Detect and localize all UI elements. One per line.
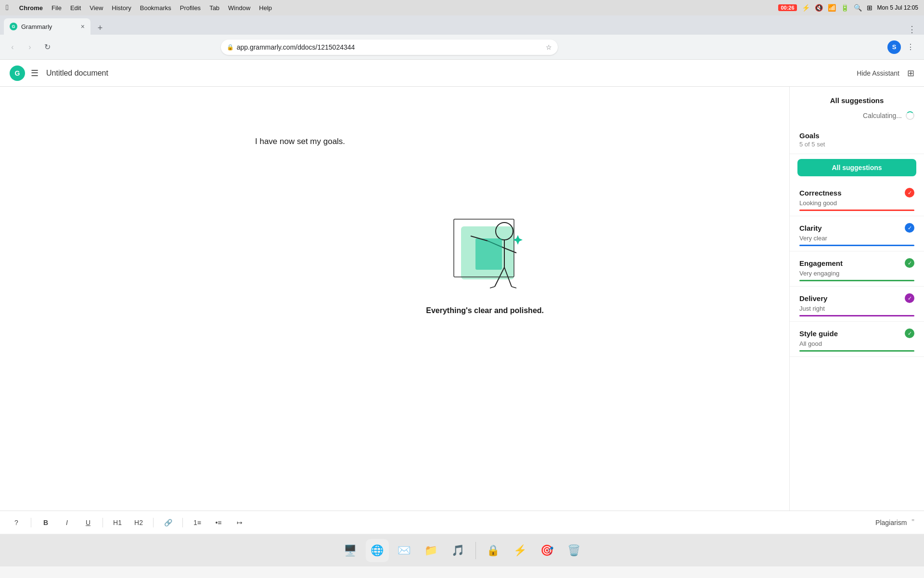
- delivery-header: Delivery ✓: [799, 293, 914, 303]
- control-center-icon[interactable]: ⊞: [867, 4, 873, 12]
- goals-section[interactable]: Goals 5 of 5 set: [790, 126, 924, 154]
- dock-files[interactable]: 📁: [420, 539, 443, 562]
- bolt-icon: ⚡: [802, 4, 810, 12]
- dock-mail[interactable]: ✉️: [393, 539, 416, 562]
- tab-close-button[interactable]: ×: [81, 23, 85, 30]
- back-button[interactable]: ‹: [6, 40, 19, 54]
- bullet-list-button[interactable]: •≡: [212, 516, 225, 529]
- link-icon: 🔗: [164, 519, 172, 526]
- h2-button[interactable]: H2: [132, 516, 145, 529]
- format-toolbar: ? B I U H1 H2 🔗 1≡ •≡ ↦ Plagiarism ": [0, 511, 924, 534]
- bullet-list-icon: •≡: [215, 519, 221, 526]
- chrome-more-button[interactable]: ⋮: [903, 39, 918, 55]
- underline-button[interactable]: U: [81, 516, 95, 529]
- address-bar-right: S ⋮: [887, 39, 918, 55]
- dock-app2[interactable]: ⚡: [509, 539, 532, 562]
- dock-chrome[interactable]: 🌐: [366, 539, 389, 562]
- style-guide-metric[interactable]: Style guide ✓ All good: [790, 322, 924, 357]
- plagiarism-button[interactable]: Plagiarism ": [875, 518, 914, 527]
- help-button[interactable]: ?: [10, 516, 23, 529]
- help-icon: ?: [14, 519, 18, 526]
- link-button[interactable]: 🔗: [161, 516, 175, 529]
- engagement-header: Engagement ✓: [799, 258, 914, 268]
- document-area[interactable]: I have now set my goals. I: [0, 87, 789, 511]
- all-suggestions-button[interactable]: All suggestions: [797, 159, 916, 176]
- engagement-bar: [799, 280, 914, 281]
- loading-spinner: [906, 111, 914, 120]
- bookmark-star-icon[interactable]: ☆: [546, 43, 552, 51]
- forward-button[interactable]: ›: [23, 40, 37, 54]
- engagement-metric[interactable]: Engagement ✓ Very engaging: [790, 251, 924, 287]
- goals-label: Goals: [799, 131, 914, 140]
- apple-menu[interactable]: : [6, 3, 9, 12]
- profile-button[interactable]: S: [887, 40, 901, 54]
- h2-icon: H2: [134, 519, 143, 526]
- numbered-list-button[interactable]: 1≡: [191, 516, 204, 529]
- url-text: app.grammarly.com/ddocs/1215024344: [237, 43, 543, 51]
- new-tab-button[interactable]: +: [92, 21, 108, 35]
- menubar-file[interactable]: File: [51, 4, 62, 12]
- correctness-status: Looking good: [799, 199, 914, 207]
- search-icon[interactable]: 🔍: [854, 4, 862, 12]
- calculating-label: Calculating...: [863, 112, 902, 119]
- tab-favicon: G: [10, 23, 17, 30]
- wifi-icon: 📶: [828, 4, 836, 12]
- mute-icon: 🔇: [815, 4, 823, 12]
- active-tab[interactable]: G Grammarly ×: [4, 18, 90, 35]
- document-title[interactable]: Untitled document: [46, 69, 108, 78]
- dock-finder[interactable]: 🖥️: [339, 539, 362, 562]
- style-guide-header: Style guide ✓: [799, 328, 914, 338]
- menubar-tab[interactable]: Tab: [209, 4, 219, 12]
- chrome-menu-button[interactable]: ⋮: [904, 24, 920, 35]
- hamburger-menu[interactable]: ☰: [31, 68, 38, 79]
- dock-app1[interactable]: 🔒: [482, 539, 505, 562]
- underline-icon: U: [86, 519, 90, 526]
- polish-caption: Everything's clear and polished.: [426, 306, 544, 315]
- italic-icon: I: [66, 519, 68, 526]
- all-suggestions-header: All suggestions: [790, 87, 924, 109]
- menubar-help[interactable]: Help: [259, 4, 272, 12]
- plagiarism-label: Plagiarism: [875, 519, 907, 526]
- toolbar-divider-3: [153, 518, 154, 527]
- address-bar: ‹ › ↻ 🔒 app.grammarly.com/ddocs/12150243…: [0, 35, 924, 60]
- quote-icon: ": [911, 518, 914, 526]
- text-content: I have now set my goals.: [255, 137, 345, 146]
- correctness-metric[interactable]: Correctness ✓ Looking good: [790, 181, 924, 216]
- refresh-icon: ↻: [44, 42, 51, 52]
- indent-button[interactable]: ↦: [233, 516, 246, 529]
- style-guide-status: All good: [799, 340, 914, 347]
- calculating-row: Calculating...: [790, 109, 924, 126]
- menubar-history[interactable]: History: [112, 4, 131, 12]
- menubar-view[interactable]: View: [90, 4, 103, 12]
- h1-button[interactable]: H1: [111, 516, 124, 529]
- dock: 🖥️ 🌐 ✉️ 📁 🎵 🔒 ⚡ 🎯 🗑️: [0, 534, 924, 566]
- battery-indicator: 00:26: [778, 4, 796, 11]
- dock-app3[interactable]: 🎯: [536, 539, 559, 562]
- dock-music[interactable]: 🎵: [447, 539, 470, 562]
- menubar-profiles[interactable]: Profiles: [180, 4, 201, 12]
- menubar-bookmarks[interactable]: Bookmarks: [140, 4, 171, 12]
- refresh-button[interactable]: ↻: [40, 40, 54, 54]
- indent-icon: ↦: [237, 519, 243, 526]
- svg-line-10: [490, 287, 495, 288]
- url-bar[interactable]: 🔒 app.grammarly.com/ddocs/1215024344 ☆: [221, 39, 558, 55]
- clarity-metric[interactable]: Clarity ✓ Very clear: [790, 216, 924, 251]
- italic-button[interactable]: I: [60, 516, 74, 529]
- illustration-svg: [432, 202, 538, 299]
- dock-trash[interactable]: 🗑️: [563, 539, 586, 562]
- hide-assistant-button[interactable]: Hide Assistant: [857, 69, 899, 77]
- clarity-label: Clarity: [799, 224, 822, 232]
- document-text[interactable]: I have now set my goals.: [255, 135, 534, 148]
- toolbar-right: Hide Assistant ⊞: [857, 68, 914, 79]
- main-content: I have now set my goals. I: [0, 87, 924, 511]
- menubar-right: 00:26 ⚡ 🔇 📶 🔋 🔍 ⊞ Mon 5 Jul 12:05: [778, 4, 918, 12]
- menubar-edit[interactable]: Edit: [70, 4, 81, 12]
- bold-button[interactable]: B: [39, 516, 52, 529]
- menubar-window[interactable]: Window: [228, 4, 250, 12]
- delivery-metric[interactable]: Delivery ✓ Just right: [790, 287, 924, 322]
- document-page: I have now set my goals. I: [217, 106, 573, 491]
- tab-title-label: Grammarly: [21, 23, 77, 30]
- grid-view-icon[interactable]: ⊞: [907, 68, 914, 79]
- menubar-chrome[interactable]: Chrome: [19, 4, 43, 12]
- illustration-container: Everything's clear and polished.: [426, 202, 544, 315]
